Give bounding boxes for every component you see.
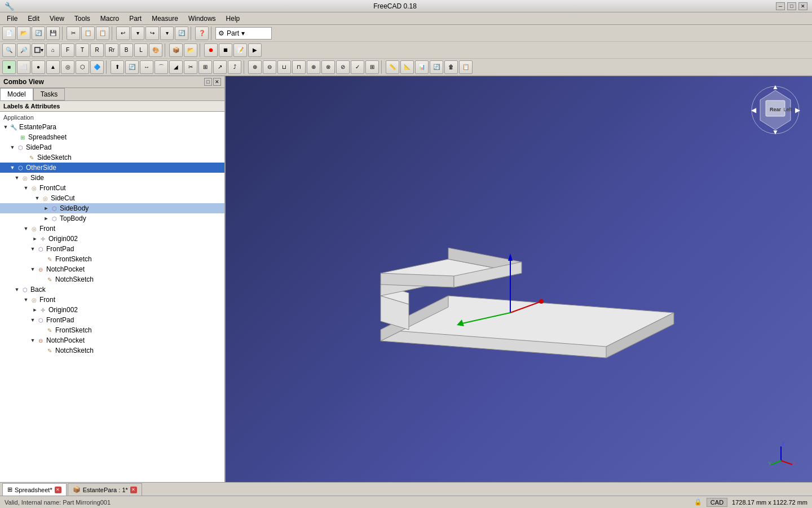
tree-frontpad[interactable]: ▼ ⬡ FrontPad bbox=[0, 244, 224, 254]
menu-item-windows[interactable]: Windows bbox=[184, 14, 220, 24]
tree-otherside[interactable]: ▼ ⬡ OtherSide bbox=[0, 163, 224, 173]
offset3d-button[interactable]: ↗ bbox=[213, 60, 227, 74]
tree-notchpocket[interactable]: ▼ ⊖ NotchPocket bbox=[0, 264, 224, 274]
maximize-button[interactable]: □ bbox=[787, 2, 796, 10]
new-button[interactable]: 📄 bbox=[2, 27, 16, 40]
tree-back-notchpocket[interactable]: ▼ ⊖ NotchPocket bbox=[0, 335, 224, 345]
boolean2-button[interactable]: ⊞ bbox=[365, 60, 379, 74]
spreadsheet-tab[interactable]: ⊞ Spreadsheet* ✕ bbox=[2, 483, 67, 496]
tree-side[interactable]: ▼ ◎ Side bbox=[0, 173, 224, 183]
chamfer-button[interactable]: ◢ bbox=[169, 60, 183, 74]
measure4-button[interactable]: 🔄 bbox=[430, 60, 443, 74]
left-view-button[interactable]: L bbox=[134, 43, 148, 57]
tree-frontsketch[interactable]: ✎ FrontSketch bbox=[0, 254, 224, 264]
tab-model[interactable]: Model bbox=[0, 88, 33, 100]
measure2-button[interactable]: 📐 bbox=[400, 60, 414, 74]
thickness-button[interactable]: ⤴ bbox=[228, 60, 241, 74]
tree-back-origin002[interactable]: ► ✛ Origin002 bbox=[0, 305, 224, 315]
save-button[interactable]: 💾 bbox=[46, 27, 60, 40]
measure6-button[interactable]: 📋 bbox=[459, 60, 473, 74]
top-view-button[interactable]: T bbox=[76, 43, 89, 57]
menu-item-edit[interactable]: Edit bbox=[23, 14, 44, 24]
tree-back-frontpad[interactable]: ▼ ⬡ FrontPad bbox=[0, 315, 224, 325]
tab-tasks[interactable]: Tasks bbox=[33, 88, 65, 100]
measure1-button[interactable]: 📏 bbox=[386, 60, 399, 74]
menu-item-view[interactable]: View bbox=[45, 14, 69, 24]
rear-view-button[interactable]: Rr bbox=[105, 43, 118, 57]
tree-front[interactable]: ▼ ◎ Front bbox=[0, 224, 224, 234]
connect-button[interactable]: ⊕ bbox=[307, 60, 320, 74]
sphere-button[interactable]: ● bbox=[32, 60, 45, 74]
tree-frontcut[interactable]: ▼ ◎ FrontCut bbox=[0, 183, 224, 193]
home-view-button[interactable]: ⌂ bbox=[46, 43, 60, 57]
open-part-button[interactable]: 📂 bbox=[184, 43, 197, 57]
check-button[interactable]: ✓ bbox=[351, 60, 364, 74]
mirror-button[interactable]: ↔ bbox=[140, 60, 153, 74]
primitives-button[interactable]: 🔷 bbox=[90, 60, 104, 74]
stop-button[interactable]: ⏹ bbox=[219, 43, 232, 57]
estantepara-tab[interactable]: 📦 EstantePara : 1* ✕ bbox=[68, 483, 142, 496]
menu-item-measure[interactable]: Measure bbox=[147, 14, 183, 24]
cone-button[interactable]: ▲ bbox=[46, 60, 60, 74]
cylinder-button[interactable]: ⬜ bbox=[17, 60, 30, 74]
common-button[interactable]: ⊓ bbox=[292, 60, 306, 74]
workbench-dropdown[interactable]: ⚙ Part ▾ bbox=[215, 27, 272, 40]
refresh-button[interactable]: 🔄 bbox=[175, 27, 188, 40]
tree-sidecut[interactable]: ▼ ◎ SideCut bbox=[0, 193, 224, 203]
tree-back-frontsketch[interactable]: ✎ FrontSketch bbox=[0, 325, 224, 335]
tree-back-notchsketch[interactable]: ✎ NotchSketch bbox=[0, 345, 224, 356]
subtract-button[interactable]: ⊘ bbox=[336, 60, 350, 74]
run-button[interactable]: ▶ bbox=[248, 43, 262, 57]
tree-origin002[interactable]: ► ✛ Origin002 bbox=[0, 234, 224, 244]
menu-item-tools[interactable]: Tools bbox=[70, 14, 95, 24]
undo-dropdown[interactable]: ▾ bbox=[131, 27, 144, 40]
close-button[interactable]: ✕ bbox=[798, 2, 807, 10]
copy-button[interactable]: 📋 bbox=[81, 27, 95, 40]
tube-button[interactable]: ⬡ bbox=[76, 60, 89, 74]
section-button[interactable]: ✂ bbox=[184, 60, 197, 74]
revolve-button[interactable]: 🔄 bbox=[125, 60, 139, 74]
menu-item-help[interactable]: Help bbox=[222, 14, 245, 24]
spreadsheet-tab-close[interactable]: ✕ bbox=[55, 487, 61, 493]
tree-sidesketch[interactable]: ✎ SideSketch bbox=[0, 152, 224, 163]
tree-back-front[interactable]: ▼ ◎ Front bbox=[0, 295, 224, 305]
fit-all-button[interactable]: 🔍 bbox=[2, 43, 16, 57]
bottom-view-button[interactable]: B bbox=[120, 43, 133, 57]
tree-back[interactable]: ▼ ⬡ Back bbox=[0, 284, 224, 295]
fillet-button[interactable]: ⌒ bbox=[155, 60, 168, 74]
front-view-button[interactable]: F bbox=[61, 43, 74, 57]
tree-notchsketch[interactable]: ✎ NotchSketch bbox=[0, 274, 224, 284]
measure3-button[interactable]: 📊 bbox=[415, 60, 429, 74]
tree-sidebody[interactable]: ► ⬡ SideBody bbox=[0, 203, 224, 213]
menu-item-file[interactable]: File bbox=[2, 14, 22, 24]
nav-cube[interactable]: Rear Left ▲ ▼ ◀ ▶ bbox=[750, 85, 801, 135]
embed-button[interactable]: ⊗ bbox=[321, 60, 335, 74]
viewport[interactable]: Rear Left ▲ ▼ ◀ ▶ bbox=[226, 76, 812, 482]
cut-button[interactable]: ✂ bbox=[67, 27, 80, 40]
right-view-button[interactable]: R bbox=[90, 43, 104, 57]
redo-button[interactable]: ↪ bbox=[145, 27, 159, 40]
open-button[interactable]: 📂 bbox=[17, 27, 30, 40]
measure5-button[interactable]: 🗑 bbox=[444, 60, 458, 74]
estantepara-tab-close[interactable]: ✕ bbox=[130, 487, 137, 493]
texture-button[interactable]: 🎨 bbox=[149, 43, 162, 57]
minimize-button[interactable]: ─ bbox=[776, 2, 785, 10]
undo-button[interactable]: ↩ bbox=[116, 27, 130, 40]
record-button[interactable]: ⏺ bbox=[204, 43, 218, 57]
tree-spreadsheet[interactable]: ⊞ Spreadsheet bbox=[0, 132, 224, 142]
revert-button[interactable]: 🔄 bbox=[32, 27, 45, 40]
combo-float-button[interactable]: □ bbox=[204, 78, 212, 86]
new-part-button[interactable]: 📦 bbox=[169, 43, 183, 57]
tree-sidepad[interactable]: ▼ ⬡ SidePad bbox=[0, 142, 224, 152]
crosssection-button[interactable]: ⊞ bbox=[198, 60, 212, 74]
fuse-button[interactable]: ⊔ bbox=[277, 60, 291, 74]
boolean-button[interactable]: ⊕ bbox=[248, 60, 262, 74]
extrude-button[interactable]: ⬆ bbox=[111, 60, 124, 74]
combo-close-button[interactable]: ✕ bbox=[213, 78, 221, 86]
tree-estantepara[interactable]: ▼ 🔧 EstantePara bbox=[0, 122, 224, 132]
menu-item-macro[interactable]: Macro bbox=[96, 14, 123, 24]
tree-topbody[interactable]: ► ⬡ TopBody bbox=[0, 213, 224, 224]
cut-part-button[interactable]: ⊖ bbox=[263, 60, 276, 74]
torus-button[interactable]: ◎ bbox=[61, 60, 74, 74]
macro-button[interactable]: 📝 bbox=[233, 43, 247, 57]
